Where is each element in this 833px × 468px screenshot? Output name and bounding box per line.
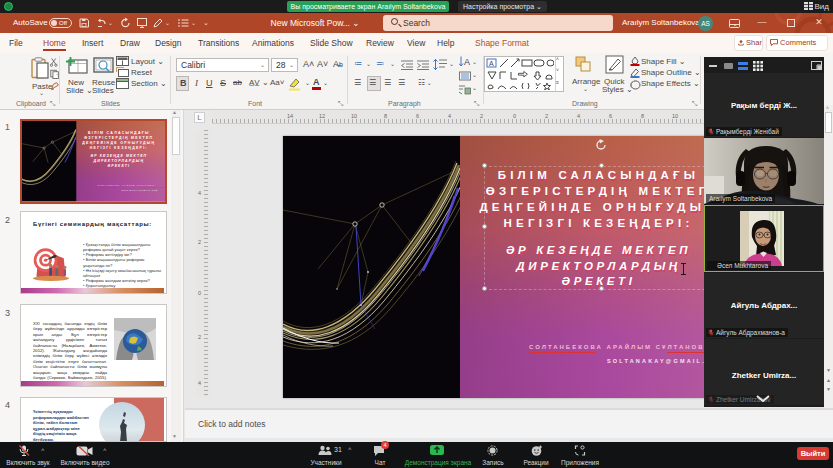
svg-text:A: A [489, 60, 494, 67]
svg-text:A: A [464, 57, 470, 67]
